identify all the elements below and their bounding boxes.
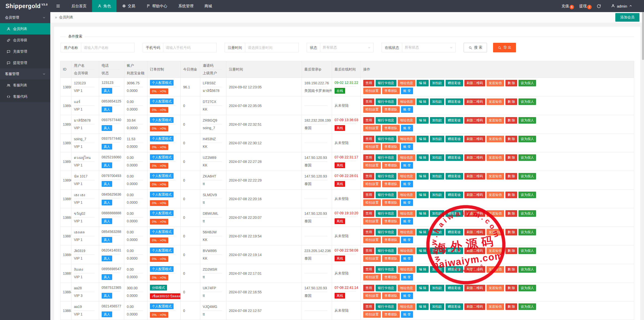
- action-button[interactable]: 银行卡信息: [376, 98, 396, 105]
- action-button[interactable]: 地址信息: [398, 266, 415, 273]
- add-member-button[interactable]: 添加会员: [615, 13, 639, 22]
- action-button[interactable]: 加扣款: [430, 136, 444, 142]
- action-button[interactable]: 设为假人: [518, 136, 536, 142]
- action-button[interactable]: 银行卡信息: [376, 192, 396, 198]
- action-button[interactable]: 加扣款: [430, 285, 444, 291]
- mode-badge[interactable]: 个人配置模式: [150, 192, 174, 197]
- action-button[interactable]: 设为假人: [518, 266, 536, 273]
- action-button[interactable]: 暗扣设置: [363, 106, 381, 113]
- action-button[interactable]: 刷新二维码: [464, 173, 485, 180]
- sidebar-item-1[interactable]: 会员等级: [0, 34, 50, 46]
- action-button[interactable]: 编 辑: [417, 117, 429, 124]
- action-button[interactable]: 银行卡信息: [376, 285, 396, 291]
- action-button[interactable]: 暗扣设置: [363, 237, 381, 243]
- action-button[interactable]: 查看团队: [382, 311, 400, 318]
- action-button[interactable]: 地址信息: [398, 229, 415, 235]
- sidebar-section-1[interactable]: 会员管理: [0, 12, 50, 23]
- action-button[interactable]: 银行卡信息: [376, 303, 396, 310]
- action-button[interactable]: 银行卡信息: [376, 80, 396, 86]
- action-button[interactable]: 加扣款: [430, 98, 444, 105]
- action-button[interactable]: 查看团队: [382, 125, 400, 131]
- action-button[interactable]: 查看团队: [382, 293, 400, 299]
- action-button[interactable]: 账 变: [401, 293, 413, 299]
- action-button[interactable]: 银行卡信息: [376, 229, 396, 235]
- action-button[interactable]: 编 辑: [417, 247, 429, 254]
- user-menu[interactable]: admin: [607, 4, 636, 9]
- action-button[interactable]: 设为假人: [518, 98, 536, 105]
- action-button[interactable]: 加扣款: [430, 80, 444, 86]
- action-button[interactable]: 发送短信: [487, 285, 504, 291]
- action-button[interactable]: 禁用: [363, 192, 374, 198]
- rate-badge[interactable]: 0% - >0%: [150, 126, 168, 131]
- action-button[interactable]: 删 除: [505, 173, 517, 180]
- action-button[interactable]: 删 除: [505, 117, 517, 124]
- action-button[interactable]: 发送短信: [487, 266, 504, 273]
- search-field-input[interactable]: [245, 43, 299, 52]
- action-button[interactable]: 赠送彩金: [446, 285, 463, 291]
- action-button[interactable]: 禁用: [363, 303, 374, 310]
- action-button[interactable]: 禁用: [363, 247, 374, 254]
- action-button[interactable]: 赠送彩金: [446, 80, 463, 86]
- action-button[interactable]: 删 除: [505, 229, 517, 235]
- scrollbar-thumb[interactable]: [642, 12, 644, 60]
- action-button[interactable]: 查看团队: [382, 88, 400, 94]
- mode-badge[interactable]: 个人配置模式: [150, 303, 174, 309]
- nav-item-4[interactable]: 帮助中心: [141, 0, 173, 12]
- mode-badge[interactable]: 个人配置模式: [150, 98, 174, 104]
- nav-item-3[interactable]: 交易: [116, 0, 141, 12]
- action-button[interactable]: 地址信息: [398, 117, 415, 124]
- action-button[interactable]: 赠送彩金: [446, 192, 463, 198]
- action-button[interactable]: 禁用: [363, 80, 374, 86]
- mode-badge[interactable]: 个人配置模式: [150, 247, 174, 253]
- action-button[interactable]: 删 除: [505, 192, 517, 198]
- nav-item-6[interactable]: 商城: [199, 0, 218, 12]
- action-button[interactable]: 刷新二维码: [464, 266, 485, 273]
- action-button[interactable]: 删 除: [505, 80, 517, 86]
- action-button[interactable]: 银行卡信息: [376, 154, 396, 161]
- action-button[interactable]: 银行卡信息: [376, 136, 396, 142]
- action-button[interactable]: 编 辑: [417, 98, 429, 105]
- mode-badge[interactable]: 个人配置模式: [150, 173, 174, 179]
- action-button[interactable]: 赠送彩金: [446, 303, 463, 310]
- rate-badge[interactable]: 0% - >0%: [150, 163, 168, 169]
- action-button[interactable]: 账 变: [401, 237, 413, 243]
- search-field-input[interactable]: [81, 43, 135, 52]
- action-button[interactable]: 账 变: [401, 181, 413, 187]
- action-button[interactable]: 地址信息: [398, 154, 415, 161]
- action-button[interactable]: 暗扣设置: [363, 274, 381, 280]
- action-button[interactable]: 加扣款: [430, 229, 444, 235]
- sidebar-item-2[interactable]: 客服列表: [0, 80, 50, 91]
- sidebar-item-1[interactable]: 会员列表: [0, 23, 50, 34]
- action-button[interactable]: 地址信息: [398, 136, 415, 142]
- action-button[interactable]: 禁用: [363, 136, 374, 142]
- rate-badge[interactable]: 0% - >0%: [150, 312, 168, 318]
- action-button[interactable]: 账 变: [401, 274, 413, 280]
- mode-badge[interactable]: 分组模式: [150, 285, 167, 291]
- action-button[interactable]: 刷新二维码: [464, 117, 485, 124]
- action-button[interactable]: 刷新二维码: [464, 285, 485, 291]
- mode-badge[interactable]: 个人配置模式: [150, 229, 174, 235]
- action-button[interactable]: 设为假人: [518, 285, 536, 291]
- sidebar-section-2[interactable]: 客服管理: [0, 68, 50, 80]
- search-field-select[interactable]: 所有状态: [402, 43, 456, 52]
- action-button[interactable]: 加扣款: [430, 210, 444, 217]
- action-button[interactable]: 禁用: [363, 285, 374, 291]
- action-button[interactable]: 编 辑: [417, 136, 429, 142]
- action-button[interactable]: 删 除: [505, 266, 517, 273]
- rate-badge[interactable]: 0% - >0%: [150, 275, 168, 280]
- action-button[interactable]: 地址信息: [398, 80, 415, 86]
- withdraw-menu-item[interactable]: 提现 2: [575, 4, 591, 9]
- action-button[interactable]: 暗扣设置: [363, 181, 381, 187]
- action-button[interactable]: 加扣款: [430, 173, 444, 180]
- action-button[interactable]: 银行卡信息: [376, 117, 396, 124]
- action-button[interactable]: 赠送彩金: [446, 173, 463, 180]
- action-button[interactable]: 加扣款: [430, 117, 444, 124]
- action-button[interactable]: 查看团队: [382, 106, 400, 113]
- action-button[interactable]: 编 辑: [417, 210, 429, 217]
- action-button[interactable]: 发送短信: [487, 154, 504, 161]
- action-button[interactable]: 刷新二维码: [464, 154, 485, 161]
- action-button[interactable]: 暗扣设置: [363, 218, 381, 225]
- nav-item-5[interactable]: 系统管理: [173, 0, 199, 12]
- action-button[interactable]: 刷新二维码: [464, 247, 485, 254]
- action-button[interactable]: 禁用: [363, 154, 374, 161]
